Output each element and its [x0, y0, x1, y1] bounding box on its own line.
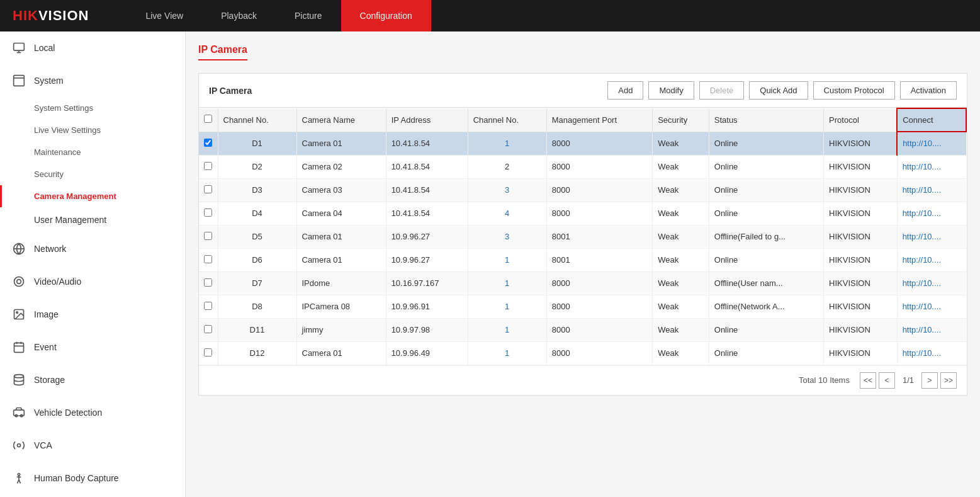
cell-channel-no2: 1: [468, 318, 546, 341]
sidebar-item-security[interactable]: Security: [0, 163, 185, 185]
page-prev-button[interactable]: <: [879, 372, 895, 389]
add-button[interactable]: Add: [607, 81, 643, 100]
row-checkbox[interactable]: [204, 348, 212, 357]
cell-connect[interactable]: http://10....: [897, 178, 966, 202]
table-row[interactable]: D5 Camera 01 10.9.96.27 3 8001 Weak Offl…: [199, 225, 966, 248]
sidebar-item-network[interactable]: Network: [0, 232, 185, 265]
sidebar-item-storage[interactable]: Storage: [0, 363, 185, 396]
row-checkbox-cell: [199, 248, 218, 271]
row-checkbox[interactable]: [204, 302, 212, 310]
cell-connect[interactable]: http://10....: [897, 132, 966, 155]
table-row[interactable]: D11 jimmy 10.9.97.98 1 8000 Weak Online …: [199, 318, 966, 341]
cell-management-port: 8000: [546, 271, 652, 295]
cell-connect[interactable]: http://10....: [897, 202, 966, 225]
page-first-button[interactable]: <<: [860, 372, 876, 389]
top-nav: HIKVISION Live View Playback Picture Con…: [0, 0, 980, 31]
vca-icon: [10, 437, 28, 454]
table-row[interactable]: D2 Camera 02 10.41.8.54 2 8000 Weak Onli…: [199, 155, 966, 178]
svg-point-20: [18, 474, 20, 476]
sidebar-item-vca[interactable]: VCA: [0, 429, 185, 462]
row-checkbox[interactable]: [204, 232, 212, 240]
system-icon: [10, 72, 28, 89]
nav-configuration[interactable]: Configuration: [341, 0, 431, 31]
cell-status: Online: [709, 132, 823, 155]
cell-management-port: 8001: [546, 225, 652, 248]
cell-ip-address: 10.41.8.54: [386, 132, 468, 155]
cell-connect[interactable]: http://10....: [897, 341, 966, 365]
sidebar-item-maintenance[interactable]: Maintenance: [0, 141, 185, 163]
sidebar-item-user-management[interactable]: User Management: [0, 207, 185, 232]
sidebar-item-camera-management[interactable]: Camera Management: [0, 185, 185, 207]
cell-camera-name: Camera 01: [296, 132, 386, 155]
cell-ip-address: 10.16.97.167: [386, 271, 468, 295]
sidebar-item-image[interactable]: Image: [0, 298, 185, 331]
page-info: 1/1: [898, 375, 919, 385]
nav-live-view[interactable]: Live View: [127, 0, 202, 31]
table-row[interactable]: D4 Camera 04 10.41.8.54 4 8000 Weak Onli…: [199, 202, 966, 225]
cell-status: Online: [709, 202, 823, 225]
table-row[interactable]: D3 Camera 03 10.41.8.54 3 8000 Weak Onli…: [199, 178, 966, 202]
sidebar: Local System System Settings Live View S…: [0, 31, 186, 497]
sidebar-item-event[interactable]: Event: [0, 331, 185, 363]
cell-security: Weak: [653, 295, 709, 318]
col-security: Security: [653, 108, 709, 132]
row-checkbox[interactable]: [204, 139, 212, 147]
cell-connect[interactable]: http://10....: [897, 155, 966, 178]
main-layout: Local System System Settings Live View S…: [0, 31, 980, 497]
sidebar-item-vehicle-detection[interactable]: Vehicle Detection: [0, 396, 185, 429]
image-icon: [10, 306, 28, 323]
sidebar-item-local[interactable]: Local: [0, 31, 185, 64]
sidebar-item-video-audio[interactable]: Video/Audio: [0, 265, 185, 298]
table-row[interactable]: D6 Camera 01 10.9.96.27 1 8001 Weak Onli…: [199, 248, 966, 271]
cell-connect[interactable]: http://10....: [897, 271, 966, 295]
cell-status: Offline(User nam...: [709, 271, 823, 295]
cell-security: Weak: [653, 318, 709, 341]
sidebar-item-system-settings[interactable]: System Settings: [0, 97, 185, 119]
cell-protocol: HIKVISION: [824, 155, 898, 178]
cell-ip-address: 10.9.97.98: [386, 318, 468, 341]
nav-playback[interactable]: Playback: [202, 0, 276, 31]
row-checkbox[interactable]: [204, 209, 212, 217]
sidebar-item-system[interactable]: System: [0, 64, 185, 97]
cell-security: Weak: [653, 225, 709, 248]
activation-button[interactable]: Activation: [900, 81, 957, 100]
nav-picture[interactable]: Picture: [276, 0, 341, 31]
row-checkbox[interactable]: [204, 278, 212, 287]
logo-hik: HIK: [13, 8, 38, 23]
delete-button[interactable]: Delete: [699, 81, 745, 100]
select-all-checkbox[interactable]: [204, 115, 212, 123]
modify-button[interactable]: Modify: [648, 81, 694, 100]
cell-channel-no: D12: [218, 341, 296, 365]
quick-add-button[interactable]: Quick Add: [749, 81, 808, 100]
cell-connect[interactable]: http://10....: [897, 295, 966, 318]
cell-security: Weak: [653, 132, 709, 155]
row-checkbox[interactable]: [204, 255, 212, 263]
table-container: IP Camera Add Modify Delete Quick Add Cu…: [198, 73, 967, 396]
cell-connect[interactable]: http://10....: [897, 318, 966, 341]
cell-status: Online: [709, 248, 823, 271]
sidebar-item-live-view-settings[interactable]: Live View Settings: [0, 119, 185, 141]
cell-camera-name: Camera 03: [296, 178, 386, 202]
cell-protocol: HIKVISION: [824, 341, 898, 365]
row-checkbox[interactable]: [204, 185, 212, 193]
svg-point-10: [16, 312, 18, 314]
sidebar-label-system: System: [34, 76, 64, 86]
table-row[interactable]: D7 IPdome 10.16.97.167 1 8000 Weak Offli…: [199, 271, 966, 295]
table-row[interactable]: D1 Camera 01 10.41.8.54 1 8000 Weak Onli…: [199, 132, 966, 155]
sidebar-item-human-body-capture[interactable]: Human Body Capture: [0, 462, 185, 494]
page-last-button[interactable]: >>: [940, 372, 957, 389]
cell-ip-address: 10.41.8.54: [386, 178, 468, 202]
cell-channel-no2: 4: [468, 202, 546, 225]
row-checkbox[interactable]: [204, 162, 212, 170]
cell-connect[interactable]: http://10....: [897, 248, 966, 271]
row-checkbox[interactable]: [204, 325, 212, 333]
table-row[interactable]: D12 Camera 01 10.9.96.49 1 8000 Weak Onl…: [199, 341, 966, 365]
custom-protocol-button[interactable]: Custom Protocol: [813, 81, 895, 100]
nav-items: Live View Playback Picture Configuration: [127, 0, 967, 31]
cell-channel-no: D7: [218, 271, 296, 295]
row-checkbox-cell: [199, 295, 218, 318]
cell-connect[interactable]: http://10....: [897, 225, 966, 248]
table-row[interactable]: D8 IPCamera 08 10.9.96.91 1 8000 Weak Of…: [199, 295, 966, 318]
network-icon: [10, 240, 28, 258]
page-next-button[interactable]: >: [921, 372, 938, 389]
